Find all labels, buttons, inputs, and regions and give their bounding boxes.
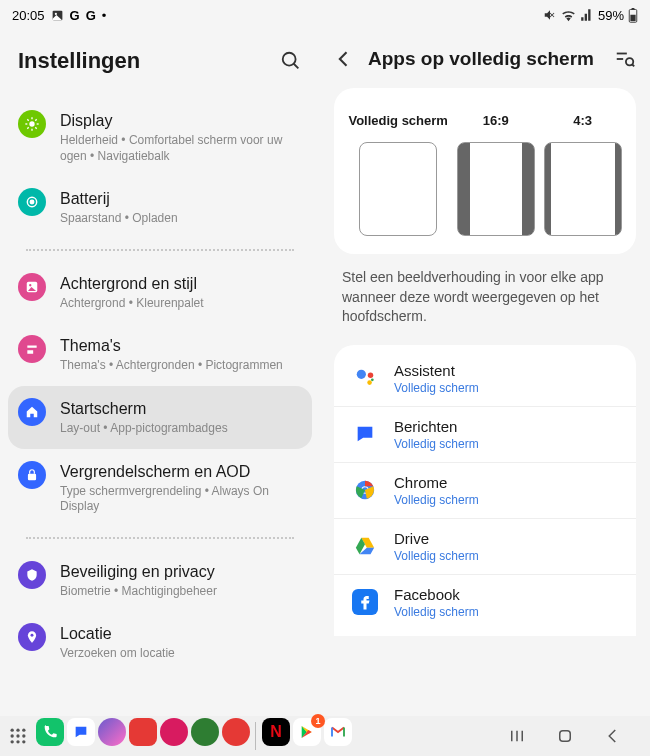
aspect-option-169[interactable]: 16:9 (457, 104, 535, 236)
svg-line-13 (35, 127, 36, 128)
svg-point-34 (16, 729, 19, 732)
status-bar: 20:05 G G • 59% (0, 0, 650, 30)
svg-point-26 (357, 370, 366, 379)
nav-recents[interactable] (508, 727, 526, 745)
svg-point-29 (371, 379, 374, 382)
svg-point-24 (626, 58, 633, 65)
app-list: AssistentVolledig scherm BerichtenVolled… (334, 345, 636, 636)
dock-messages-icon[interactable] (67, 718, 95, 746)
back-icon[interactable] (334, 49, 354, 69)
app-item-chrome[interactable]: ChromeVolledig scherm (334, 463, 636, 519)
dock-app-icon[interactable] (129, 718, 157, 746)
aspect-option-full[interactable]: Volledig scherm (348, 104, 447, 236)
svg-point-35 (22, 729, 25, 732)
settings-item-display[interactable]: DisplayHelderheid • Comfortabel scherm v… (8, 98, 312, 176)
dock-app-icon[interactable] (222, 718, 250, 746)
dock-app-icon[interactable] (160, 718, 188, 746)
svg-rect-3 (632, 8, 635, 10)
aspect-option-43[interactable]: 4:3 (544, 104, 622, 236)
dock-browser-icon[interactable] (98, 718, 126, 746)
dot-icon: • (102, 8, 107, 23)
description-text: Stel een beeldverhouding in voor elke ap… (320, 268, 650, 345)
svg-point-40 (16, 740, 19, 743)
svg-line-15 (35, 119, 36, 120)
taskbar: N 1 (0, 716, 650, 756)
dock-divider (255, 722, 257, 750)
status-time: 20:05 (12, 8, 45, 23)
detail-title: Apps op volledig scherm (368, 48, 600, 70)
search-icon[interactable] (280, 50, 302, 72)
svg-line-12 (27, 119, 28, 120)
svg-line-25 (632, 65, 634, 67)
g-icon: G (70, 8, 80, 23)
svg-point-19 (29, 284, 31, 286)
settings-item-themes[interactable]: Thema'sThema's • Achtergronden • Pictogr… (8, 323, 312, 386)
nav-home[interactable] (556, 727, 574, 745)
svg-point-27 (368, 373, 374, 379)
wifi-icon (561, 8, 576, 23)
svg-point-39 (11, 740, 14, 743)
detail-panel: Apps op volledig scherm Volledig scherm … (320, 30, 650, 716)
search-options-icon[interactable] (614, 48, 636, 70)
settings-item-home[interactable]: StartschermLay-out • App-pictogrambadges (8, 386, 312, 449)
settings-item-security[interactable]: Beveiliging en privacyBiometrie • Machti… (8, 549, 312, 612)
mute-icon (543, 8, 557, 22)
settings-item-battery[interactable]: BatterijSpaarstand • Opladen (8, 176, 312, 239)
nav-back[interactable] (604, 727, 622, 745)
dock-app-icon[interactable] (191, 718, 219, 746)
dock-phone-icon[interactable] (36, 718, 64, 746)
settings-panel: Instellingen DisplayHelderheid • Comfort… (0, 30, 320, 716)
app-item-assistent[interactable]: AssistentVolledig scherm (334, 351, 636, 407)
g-icon: G (86, 8, 96, 23)
svg-point-41 (22, 740, 25, 743)
battery-percent: 59% (598, 8, 624, 23)
svg-rect-20 (28, 473, 36, 479)
settings-item-location[interactable]: LocatieVerzoeken om locatie (8, 611, 312, 674)
svg-point-28 (367, 381, 372, 386)
app-drawer-icon[interactable] (8, 726, 28, 746)
aspect-ratio-card: Volledig scherm 16:9 4:3 (334, 88, 636, 254)
svg-point-5 (283, 53, 296, 66)
svg-point-17 (30, 200, 34, 204)
app-item-facebook[interactable]: FacebookVolledig scherm (334, 575, 636, 630)
svg-rect-4 (630, 14, 635, 20)
dock-play-icon[interactable]: 1 (293, 718, 321, 746)
settings-item-lockscreen[interactable]: Vergrendelscherm en AODType schermvergre… (8, 449, 312, 527)
svg-line-6 (294, 64, 299, 69)
app-item-drive[interactable]: DriveVolledig scherm (334, 519, 636, 575)
svg-line-14 (27, 127, 28, 128)
svg-point-36 (11, 734, 14, 737)
svg-rect-45 (560, 731, 571, 742)
signal-icon (580, 8, 594, 22)
svg-point-33 (11, 729, 14, 732)
app-item-berichten[interactable]: BerichtenVolledig scherm (334, 407, 636, 463)
dock-gmail-icon[interactable] (324, 718, 352, 746)
settings-item-wallpaper[interactable]: Achtergrond en stijlAchtergrond • Kleure… (8, 261, 312, 324)
svg-point-38 (22, 734, 25, 737)
gallery-icon (51, 9, 64, 22)
svg-point-21 (31, 634, 34, 637)
settings-title: Instellingen (18, 48, 140, 74)
battery-icon (628, 8, 638, 23)
dock-apps: N 1 (36, 718, 488, 754)
svg-point-37 (16, 734, 19, 737)
svg-point-7 (29, 121, 34, 126)
svg-point-1 (54, 12, 56, 14)
dock-netflix-icon[interactable]: N (262, 718, 290, 746)
